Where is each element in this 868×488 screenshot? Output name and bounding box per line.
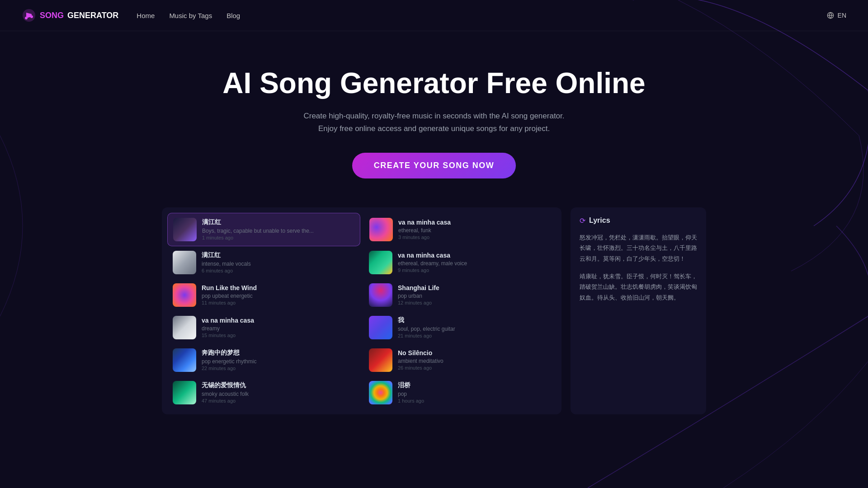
song-time-11: 47 minutes ago [202, 398, 354, 404]
lyrics-paragraph-2: 靖康耻，犹未雪。臣子恨，何时灭！驾长车，踏破贺兰山缺。壮志饥餐胡虏肉，笑谈渴饮匈… [580, 271, 697, 303]
song-info-2: va na minha casa ethereal, funk 3 minute… [398, 219, 551, 240]
song-info-5: Run Like the Wind pop upbeat energetic 1… [202, 284, 354, 305]
song-tags-8: soul, pop, electric guitar [398, 326, 551, 332]
song-card-10[interactable]: No Silêncio ambient meditativo 26 minute… [363, 344, 556, 376]
song-title-3: 满江红 [202, 251, 354, 259]
song-time-12: 1 hours ago [398, 398, 551, 404]
song-card-7[interactable]: va na minha casa dreamy 15 minutes ago [167, 311, 360, 344]
song-thumb-1 [173, 218, 197, 241]
song-card-6[interactable]: Shanghai Life pop urban 12 minutes ago [363, 279, 556, 311]
song-tags-11: smoky acoustic folk [202, 391, 354, 397]
song-card-11[interactable]: 无锡的爱恨情仇 smoky acoustic folk 47 minutes a… [167, 376, 360, 409]
song-info-10: No Silêncio ambient meditativo 26 minute… [398, 349, 551, 371]
lyrics-title: Lyrics [589, 216, 610, 225]
nav-right: EN [827, 12, 846, 19]
song-tags-7: dreamy [202, 325, 354, 332]
song-tags-4: ethereal, dreamy, male voice [398, 260, 551, 267]
song-title-5: Run Like the Wind [202, 284, 354, 291]
song-title-4: va na minha casa [398, 252, 551, 259]
nav-home[interactable]: Home [137, 12, 155, 19]
hero-section: AI Song Generator Free Online Create hig… [0, 31, 868, 197]
song-info-4: va na minha casa ethereal, dreamy, male … [398, 252, 551, 273]
song-thumb-8 [369, 316, 392, 339]
lyrics-paragraph-1: 怒发冲冠，凭栏处，潇潇雨歇。抬望眼，仰天长啸，壮怀激烈。三十功名尘与土，八千里路… [580, 232, 697, 264]
song-time-2: 3 minutes ago [398, 235, 551, 240]
lyrics-header: ⟳ Lyrics [580, 216, 697, 225]
song-thumb-4 [369, 251, 392, 274]
song-card-12[interactable]: 泪桥 pop 1 hours ago [363, 376, 556, 409]
nav-music-by-tags[interactable]: Music by Tags [169, 12, 212, 19]
song-tags-2: ethereal, funk [398, 227, 551, 234]
song-title-10: No Silêncio [398, 349, 551, 357]
lyrics-text: 怒发冲冠，凭栏处，潇潇雨歇。抬望眼，仰天长啸，壮怀激烈。三十功名尘与土，八千里路… [580, 232, 697, 303]
hero-subtitle: Create high-quality, royalty-free music … [298, 110, 570, 134]
song-time-7: 15 minutes ago [202, 333, 354, 338]
song-title-9: 奔跑中的梦想 [202, 349, 354, 357]
song-time-8: 21 minutes ago [398, 333, 551, 338]
song-thumb-10 [369, 348, 392, 372]
song-title-7: va na minha casa [202, 317, 354, 324]
song-info-11: 无锡的爱恨情仇 smoky acoustic folk 47 minutes a… [202, 381, 354, 404]
song-thumb-11 [173, 381, 196, 404]
language-label[interactable]: EN [838, 12, 846, 19]
song-title-11: 无锡的爱恨情仇 [202, 381, 354, 389]
song-info-6: Shanghai Life pop urban 12 minutes ago [398, 284, 551, 305]
nav-blog[interactable]: Blog [226, 12, 240, 19]
song-row-3: Run Like the Wind pop upbeat energetic 1… [167, 279, 556, 311]
svg-point-2 [30, 15, 33, 18]
lyrics-icon: ⟳ [580, 216, 585, 225]
song-time-5: 11 minutes ago [202, 300, 354, 305]
song-tags-3: intense, male vocals [202, 261, 354, 267]
song-tags-9: pop energetic rhythmic [202, 358, 354, 365]
nav-left: SONG GENERATOR Home Music by Tags Blog [22, 8, 240, 23]
song-time-4: 9 minutes ago [398, 267, 551, 273]
song-info-1: 满江红 Boys, tragic, capable but unable to … [202, 218, 354, 240]
song-tags-1: Boys, tragic, capable but unable to serv… [202, 228, 354, 234]
song-info-9: 奔跑中的梦想 pop energetic rhythmic 22 minutes… [202, 349, 354, 371]
lyrics-panel: ⟳ Lyrics 怒发冲冠，凭栏处，潇潇雨歇。抬望眼，仰天长啸，壮怀激烈。三十功… [571, 207, 706, 414]
song-row-1: 满江红 Boys, tragic, capable but unable to … [167, 213, 556, 246]
song-tags-6: pop urban [398, 293, 551, 299]
song-tags-5: pop upbeat energetic [202, 293, 354, 299]
song-thumb-7 [173, 316, 196, 339]
song-time-6: 12 minutes ago [398, 300, 551, 305]
song-title-12: 泪桥 [398, 381, 551, 389]
song-time-1: 1 minutes ago [202, 235, 354, 240]
song-thumb-2 [369, 218, 393, 241]
song-row-4: va na minha casa dreamy 15 minutes ago 我… [167, 311, 556, 344]
song-time-10: 26 minutes ago [398, 365, 551, 371]
song-card-1[interactable]: 满江红 Boys, tragic, capable but unable to … [167, 213, 360, 246]
song-title-6: Shanghai Life [398, 284, 551, 291]
logo-icon [22, 8, 36, 23]
cta-button[interactable]: CREATE YOUR SONG NOW [352, 153, 516, 178]
song-list: 满江红 Boys, tragic, capable but unable to … [162, 207, 561, 414]
globe-icon [827, 12, 834, 19]
logo-song-text: SONG [40, 11, 64, 20]
song-row-5: 奔跑中的梦想 pop energetic rhythmic 22 minutes… [167, 344, 556, 376]
song-thumb-9 [173, 348, 196, 372]
song-info-7: va na minha casa dreamy 15 minutes ago [202, 317, 354, 338]
song-time-3: 6 minutes ago [202, 268, 354, 273]
song-card-9[interactable]: 奔跑中的梦想 pop energetic rhythmic 22 minutes… [167, 344, 360, 376]
song-card-8[interactable]: 我 soul, pop, electric guitar 21 minutes … [363, 311, 556, 344]
song-info-3: 满江红 intense, male vocals 6 minutes ago [202, 251, 354, 273]
logo-generator-text: GENERATOR [67, 11, 118, 20]
song-tags-12: pop [398, 391, 551, 397]
song-thumb-3 [173, 251, 196, 274]
logo[interactable]: SONG GENERATOR [22, 8, 118, 23]
navbar: SONG GENERATOR Home Music by Tags Blog E… [0, 0, 868, 31]
song-thumb-6 [369, 283, 392, 307]
song-title-8: 我 [398, 316, 551, 324]
song-info-8: 我 soul, pop, electric guitar 21 minutes … [398, 316, 551, 338]
svg-point-1 [25, 17, 28, 19]
nav-links: Home Music by Tags Blog [137, 12, 240, 19]
song-time-9: 22 minutes ago [202, 366, 354, 371]
song-thumb-12 [369, 381, 392, 404]
song-thumb-5 [173, 283, 196, 307]
song-card-2[interactable]: va na minha casa ethereal, funk 3 minute… [364, 213, 556, 246]
song-info-12: 泪桥 pop 1 hours ago [398, 381, 551, 404]
song-tags-10: ambient meditativo [398, 358, 551, 364]
song-card-5[interactable]: Run Like the Wind pop upbeat energetic 1… [167, 279, 360, 311]
song-card-3[interactable]: 满江红 intense, male vocals 6 minutes ago [167, 246, 360, 279]
song-card-4[interactable]: va na minha casa ethereal, dreamy, male … [363, 246, 556, 279]
